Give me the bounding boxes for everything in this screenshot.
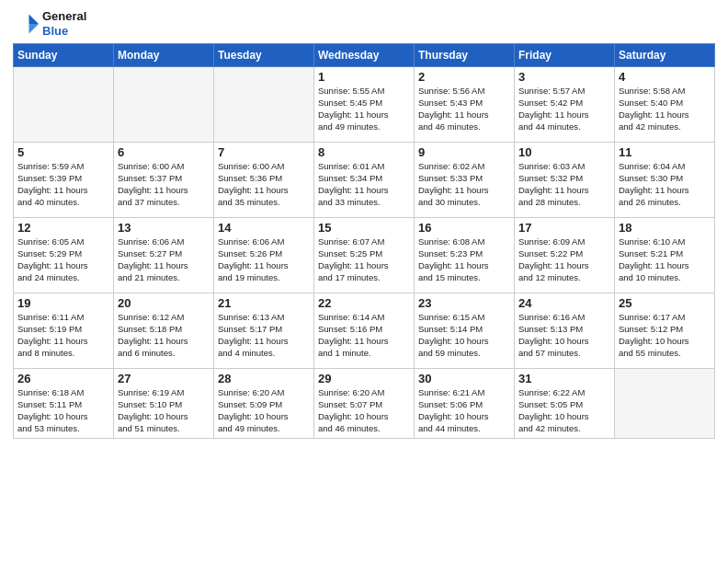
day-number: 7: [218, 145, 310, 159]
calendar-cell: [114, 67, 214, 143]
cell-info: Sunrise: 6:02 AM Sunset: 5:33 PM Dayligh…: [418, 161, 510, 208]
day-number: 12: [17, 221, 109, 235]
day-number: 18: [619, 221, 711, 235]
day-number: 29: [318, 372, 410, 385]
calendar-cell: 5Sunrise: 5:59 AM Sunset: 5:39 PM Daylig…: [14, 143, 114, 218]
calendar-cell: 27Sunrise: 6:19 AM Sunset: 5:10 PM Dayli…: [114, 369, 214, 439]
calendar-cell: 6Sunrise: 6:00 AM Sunset: 5:37 PM Daylig…: [114, 143, 214, 218]
cell-info: Sunrise: 6:00 AM Sunset: 5:36 PM Dayligh…: [218, 161, 310, 208]
cell-info: Sunrise: 6:06 AM Sunset: 5:26 PM Dayligh…: [218, 236, 310, 283]
calendar-cell: 25Sunrise: 6:17 AM Sunset: 5:12 PM Dayli…: [615, 293, 715, 369]
day-number: 5: [17, 145, 109, 159]
calendar-cell: 11Sunrise: 6:04 AM Sunset: 5:30 PM Dayli…: [615, 143, 715, 218]
cell-info: Sunrise: 5:58 AM Sunset: 5:40 PM Dayligh…: [619, 86, 711, 132]
calendar-cell: [14, 67, 114, 143]
day-number: 31: [518, 372, 610, 385]
cell-info: Sunrise: 6:07 AM Sunset: 5:25 PM Dayligh…: [318, 236, 410, 283]
calendar-cell: 28Sunrise: 6:20 AM Sunset: 5:09 PM Dayli…: [214, 369, 314, 439]
cell-info: Sunrise: 6:17 AM Sunset: 5:12 PM Dayligh…: [619, 312, 711, 359]
calendar-cell: 18Sunrise: 6:10 AM Sunset: 5:21 PM Dayli…: [615, 218, 715, 293]
weekday-header-sunday: Sunday: [14, 44, 114, 67]
cell-info: Sunrise: 5:55 AM Sunset: 5:45 PM Dayligh…: [318, 86, 410, 132]
cell-info: Sunrise: 6:10 AM Sunset: 5:21 PM Dayligh…: [619, 236, 711, 283]
cell-info: Sunrise: 6:21 AM Sunset: 5:06 PM Dayligh…: [418, 387, 510, 434]
cell-info: Sunrise: 6:06 AM Sunset: 5:27 PM Dayligh…: [118, 236, 210, 283]
day-number: 9: [418, 145, 510, 159]
week-row-3: 12Sunrise: 6:05 AM Sunset: 5:29 PM Dayli…: [14, 218, 715, 293]
calendar-cell: 13Sunrise: 6:06 AM Sunset: 5:27 PM Dayli…: [114, 218, 214, 293]
calendar-cell: 8Sunrise: 6:01 AM Sunset: 5:34 PM Daylig…: [314, 143, 415, 218]
calendar-cell: 21Sunrise: 6:13 AM Sunset: 5:17 PM Dayli…: [214, 293, 314, 369]
svg-marker-1: [29, 24, 40, 34]
calendar-cell: 15Sunrise: 6:07 AM Sunset: 5:25 PM Dayli…: [314, 218, 415, 293]
calendar-cell: 4Sunrise: 5:58 AM Sunset: 5:40 PM Daylig…: [615, 67, 715, 143]
cell-info: Sunrise: 6:11 AM Sunset: 5:19 PM Dayligh…: [17, 312, 109, 359]
day-number: 1: [318, 70, 410, 84]
week-row-1: 1Sunrise: 5:55 AM Sunset: 5:45 PM Daylig…: [14, 67, 715, 143]
cell-info: Sunrise: 6:03 AM Sunset: 5:32 PM Dayligh…: [518, 161, 610, 208]
day-number: 17: [518, 221, 610, 235]
logo-icon: [13, 11, 39, 37]
svg-marker-0: [29, 14, 40, 24]
weekday-header-monday: Monday: [114, 44, 214, 67]
weekday-header-friday: Friday: [515, 44, 615, 67]
calendar-cell: 30Sunrise: 6:21 AM Sunset: 5:06 PM Dayli…: [415, 369, 515, 439]
calendar-cell: 14Sunrise: 6:06 AM Sunset: 5:26 PM Dayli…: [214, 218, 314, 293]
cell-info: Sunrise: 6:15 AM Sunset: 5:14 PM Dayligh…: [418, 312, 510, 359]
day-number: 14: [218, 221, 310, 235]
day-number: 27: [118, 372, 210, 385]
cell-info: Sunrise: 5:57 AM Sunset: 5:42 PM Dayligh…: [518, 86, 610, 132]
week-row-4: 19Sunrise: 6:11 AM Sunset: 5:19 PM Dayli…: [14, 293, 715, 369]
cell-info: Sunrise: 6:20 AM Sunset: 5:07 PM Dayligh…: [318, 387, 410, 434]
cell-info: Sunrise: 6:04 AM Sunset: 5:30 PM Dayligh…: [619, 161, 711, 208]
cell-info: Sunrise: 6:14 AM Sunset: 5:16 PM Dayligh…: [318, 312, 410, 359]
day-number: 6: [118, 145, 210, 159]
calendar-cell: 19Sunrise: 6:11 AM Sunset: 5:19 PM Dayli…: [14, 293, 114, 369]
weekday-header-row: SundayMondayTuesdayWednesdayThursdayFrid…: [14, 44, 715, 67]
day-number: 21: [218, 296, 310, 310]
week-row-2: 5Sunrise: 5:59 AM Sunset: 5:39 PM Daylig…: [14, 143, 715, 218]
weekday-header-wednesday: Wednesday: [314, 44, 415, 67]
calendar-cell: 26Sunrise: 6:18 AM Sunset: 5:11 PM Dayli…: [14, 369, 114, 439]
weekday-header-saturday: Saturday: [615, 44, 715, 67]
calendar-cell: 22Sunrise: 6:14 AM Sunset: 5:16 PM Dayli…: [314, 293, 415, 369]
day-number: 13: [118, 221, 210, 235]
calendar-cell: 9Sunrise: 6:02 AM Sunset: 5:33 PM Daylig…: [415, 143, 515, 218]
day-number: 22: [318, 296, 410, 310]
cell-info: Sunrise: 6:00 AM Sunset: 5:37 PM Dayligh…: [118, 161, 210, 208]
day-number: 15: [318, 221, 410, 235]
day-number: 25: [619, 296, 711, 310]
day-number: 4: [619, 70, 711, 84]
logo: General Blue: [13, 9, 86, 38]
calendar-cell: 29Sunrise: 6:20 AM Sunset: 5:07 PM Dayli…: [314, 369, 415, 439]
day-number: 16: [418, 221, 510, 235]
cell-info: Sunrise: 6:05 AM Sunset: 5:29 PM Dayligh…: [17, 236, 109, 283]
cell-info: Sunrise: 6:20 AM Sunset: 5:09 PM Dayligh…: [218, 387, 310, 434]
cell-info: Sunrise: 6:12 AM Sunset: 5:18 PM Dayligh…: [118, 312, 210, 359]
day-number: 10: [518, 145, 610, 159]
cell-info: Sunrise: 6:09 AM Sunset: 5:22 PM Dayligh…: [518, 236, 610, 283]
calendar-cell: 3Sunrise: 5:57 AM Sunset: 5:42 PM Daylig…: [515, 67, 615, 143]
cell-info: Sunrise: 6:01 AM Sunset: 5:34 PM Dayligh…: [318, 161, 410, 208]
cell-info: Sunrise: 5:56 AM Sunset: 5:43 PM Dayligh…: [418, 86, 510, 132]
day-number: 26: [17, 372, 109, 385]
calendar-cell: 24Sunrise: 6:16 AM Sunset: 5:13 PM Dayli…: [515, 293, 615, 369]
calendar-cell: 1Sunrise: 5:55 AM Sunset: 5:45 PM Daylig…: [314, 67, 415, 143]
calendar-cell: 16Sunrise: 6:08 AM Sunset: 5:23 PM Dayli…: [415, 218, 515, 293]
calendar-cell: 2Sunrise: 5:56 AM Sunset: 5:43 PM Daylig…: [415, 67, 515, 143]
page-container: General Blue SundayMondayTuesdayWednesda…: [0, 0, 728, 446]
calendar-table: SundayMondayTuesdayWednesdayThursdayFrid…: [13, 43, 715, 439]
calendar-cell: [615, 369, 715, 439]
day-number: 23: [418, 296, 510, 310]
day-number: 19: [17, 296, 109, 310]
day-number: 28: [218, 372, 310, 385]
calendar-cell: 12Sunrise: 6:05 AM Sunset: 5:29 PM Dayli…: [14, 218, 114, 293]
cell-info: Sunrise: 6:19 AM Sunset: 5:10 PM Dayligh…: [118, 387, 210, 434]
weekday-header-tuesday: Tuesday: [214, 44, 314, 67]
logo-text: General Blue: [42, 9, 86, 38]
weekday-header-thursday: Thursday: [415, 44, 515, 67]
cell-info: Sunrise: 6:13 AM Sunset: 5:17 PM Dayligh…: [218, 312, 310, 359]
calendar-cell: 10Sunrise: 6:03 AM Sunset: 5:32 PM Dayli…: [515, 143, 615, 218]
day-number: 30: [418, 372, 510, 385]
calendar-cell: 17Sunrise: 6:09 AM Sunset: 5:22 PM Dayli…: [515, 218, 615, 293]
